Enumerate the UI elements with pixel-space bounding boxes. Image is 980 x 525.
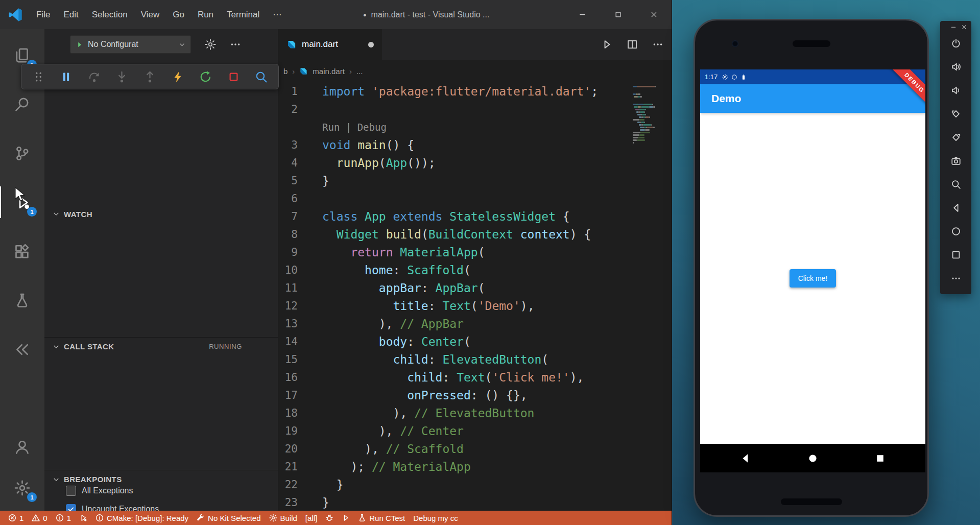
code-line-2[interactable]: 2	[278, 101, 672, 118]
emulator-home-button[interactable]	[951, 226, 961, 236]
breadcrumb-more[interactable]: ...	[356, 67, 363, 76]
emulator-volume-down-button[interactable]	[951, 85, 961, 96]
debug-gear-icon[interactable]	[205, 39, 216, 50]
codelens-run-debug[interactable]: Run | Debug	[298, 118, 387, 136]
code-line-7[interactable]: 7class App extends StatelessWidget {	[278, 208, 672, 226]
status-notifications[interactable]: 1	[52, 511, 75, 525]
start-debug-icon[interactable]	[76, 41, 83, 49]
emulator-power-button[interactable]	[951, 38, 961, 49]
debug-inspector-button[interactable]	[255, 70, 268, 83]
checkbox[interactable]	[66, 486, 76, 496]
modified-indicator[interactable]	[368, 42, 374, 47]
status-cmake-target[interactable]: [all]	[301, 511, 321, 525]
emulator-overview-button[interactable]	[951, 250, 961, 260]
menu-terminal[interactable]: Terminal	[220, 6, 266, 23]
status-problems-warnings[interactable]: 0	[28, 511, 51, 525]
debug-stop-button[interactable]	[227, 70, 240, 83]
emulator-back-button[interactable]	[951, 203, 961, 213]
status-debug-status[interactable]	[75, 511, 91, 525]
code-line-9[interactable]: 9 return MaterialApp(	[278, 244, 672, 261]
section-call-stack[interactable]: CALL STACK RUNNING	[44, 337, 278, 355]
status-cmake-kit[interactable]: No Kit Selected	[193, 511, 265, 525]
status-launch-target[interactable]: Debug my cc	[409, 511, 462, 525]
status-problems-errors[interactable]: 1	[4, 511, 28, 525]
nav-home-button[interactable]	[807, 453, 818, 464]
window-minimize-button[interactable]	[564, 0, 600, 29]
activity-testing[interactable]	[0, 284, 44, 316]
menu-go[interactable]: Go	[166, 6, 191, 23]
debug-gripper-button[interactable]	[32, 70, 45, 83]
menu-file[interactable]: File	[30, 6, 57, 23]
breadcrumb-root[interactable]: b	[283, 67, 288, 76]
status-cmake-build[interactable]: Build	[265, 511, 301, 525]
breakpoint-all-exceptions[interactable]: All Exceptions	[44, 482, 278, 500]
code-line-6[interactable]: 6	[278, 190, 672, 208]
activity-settings[interactable]: 1	[0, 472, 44, 504]
activity-extensions[interactable]	[0, 235, 44, 267]
more-actions-button[interactable]	[652, 39, 663, 50]
menu-run[interactable]: Run	[191, 6, 220, 23]
activity-source-control[interactable]	[0, 137, 44, 169]
breakpoint-uncaught-exceptions[interactable]: Uncaught Exceptions	[44, 500, 278, 511]
code-line-19[interactable]: 19 ), // Center	[278, 422, 672, 440]
code-line-16[interactable]: 16 child: Text('Click me!'),	[278, 369, 672, 387]
code-line-12[interactable]: 12 title: Text('Demo'),	[278, 297, 672, 315]
code-line-21[interactable]: 21 ); // MaterialApp	[278, 458, 672, 476]
menu-overflow[interactable]: ⋯	[266, 6, 288, 23]
nav-overview-button[interactable]	[875, 453, 886, 464]
activity-search[interactable]	[0, 88, 44, 120]
window-close-button[interactable]	[636, 0, 672, 29]
code-line-18[interactable]: 18 ), // ElevatedButton	[278, 404, 672, 422]
code-line-4[interactable]: 4 runApp(App());	[278, 154, 672, 172]
code-line-14[interactable]: 14 body: Center(	[278, 333, 672, 351]
emulator-close-button[interactable]	[961, 24, 967, 32]
status-cmake-status[interactable]: CMake: [Debug]: Ready	[91, 511, 193, 525]
emulator-minimize-button[interactable]	[950, 24, 957, 32]
emulator-rotate-right-button[interactable]	[951, 132, 961, 142]
run-button[interactable]	[601, 39, 612, 50]
menu-edit[interactable]: Edit	[57, 6, 85, 23]
debug-more-icon[interactable]	[230, 39, 241, 50]
emulator-zoom-button[interactable]	[951, 179, 961, 189]
minimap[interactable]	[633, 86, 665, 150]
code-line-1[interactable]: 1import 'package:flutter/material.dart';	[278, 83, 672, 101]
emulator-rotate-left-button[interactable]	[951, 109, 961, 119]
code-line-17[interactable]: 17 onPressed: () {},	[278, 387, 672, 404]
status-cmake-debug[interactable]	[321, 511, 338, 525]
checkbox[interactable]	[66, 504, 76, 511]
debug-step-over-button[interactable]	[88, 70, 101, 83]
code-line-11[interactable]: 11 appBar: AppBar(	[278, 279, 672, 297]
menu-view[interactable]: View	[134, 6, 166, 23]
tab-main-dart[interactable]: main.dart	[278, 29, 382, 60]
code-area[interactable]: 1import 'package:flutter/material.dart';…	[278, 83, 672, 511]
code-line-23[interactable]: 23}	[278, 494, 672, 511]
debug-restart-button[interactable]	[199, 70, 212, 83]
menu-selection[interactable]: Selection	[85, 6, 134, 23]
activity-accounts[interactable]	[0, 431, 44, 463]
code-line-13[interactable]: 13 ), // AppBar	[278, 315, 672, 333]
emulator-volume-up-button[interactable]	[951, 62, 961, 72]
breadcrumb-file[interactable]: main.dart	[313, 67, 345, 76]
debug-config-dropdown[interactable]: No Configurat	[70, 35, 191, 54]
split-editor-button[interactable]	[627, 39, 638, 50]
debug-step-out-button[interactable]	[144, 70, 156, 83]
code-line-22[interactable]: 22 }	[278, 476, 672, 494]
debug-pause-button[interactable]	[60, 70, 73, 83]
section-watch[interactable]: WATCH	[44, 205, 278, 223]
code-line-20[interactable]: 20 ), // Scaffold	[278, 440, 672, 458]
status-run-ctest[interactable]: Run CTest	[354, 511, 409, 525]
click-me-button[interactable]: Click me!	[790, 269, 836, 288]
code-line-5[interactable]: 5}	[278, 172, 672, 190]
debug-step-into-button[interactable]	[115, 70, 128, 83]
emulator-more-button[interactable]	[951, 273, 961, 283]
emulator-screenshot-button[interactable]	[951, 156, 961, 166]
status-cmake-launch[interactable]	[338, 511, 354, 525]
code-line-15[interactable]: 15 child: ElevatedButton(	[278, 351, 672, 369]
window-maximize-button[interactable]	[600, 0, 636, 29]
activity-collapse[interactable]	[0, 333, 44, 365]
code-line-10[interactable]: 10 home: Scaffold(	[278, 261, 672, 279]
nav-back-button[interactable]	[740, 453, 751, 464]
debug-hot-reload-button[interactable]	[172, 70, 184, 83]
code-line-3[interactable]: 3void main() {	[278, 136, 672, 154]
code-line-8[interactable]: 8 Widget build(BuildContext context) {	[278, 226, 672, 244]
